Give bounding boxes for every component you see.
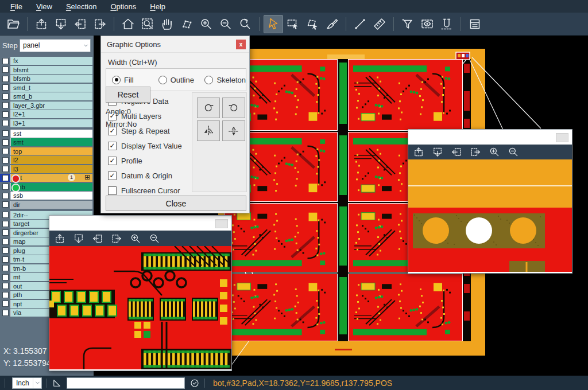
layer-visibility-checkbox[interactable] xyxy=(0,211,11,219)
menu-file[interactable]: File xyxy=(5,1,28,12)
checkbox[interactable] xyxy=(2,67,9,73)
checkbox[interactable] xyxy=(2,139,9,146)
pan-left-button[interactable] xyxy=(71,15,90,33)
pan-right-button[interactable] xyxy=(90,15,110,33)
layer-visibility-checkbox[interactable] xyxy=(0,119,11,127)
layer-visibility-checkbox[interactable] xyxy=(0,237,11,245)
inspect-view-button[interactable] xyxy=(417,15,437,33)
checkbox[interactable] xyxy=(2,130,9,136)
pan-up-button[interactable] xyxy=(53,232,67,245)
layer-row-sst[interactable]: sst xyxy=(0,130,94,138)
close-icon[interactable]: x xyxy=(236,40,246,49)
checkbox[interactable]: ✓ xyxy=(108,171,117,180)
layer-visibility-checkbox[interactable] xyxy=(0,201,11,209)
measure-distance-button[interactable] xyxy=(350,15,370,33)
angle-mode-icon[interactable] xyxy=(52,378,62,388)
menu-help[interactable]: Help xyxy=(144,1,171,12)
window-button[interactable] xyxy=(215,219,228,228)
layer-visibility-checkbox[interactable] xyxy=(0,247,11,255)
checkbox[interactable] xyxy=(2,111,9,118)
layer-row-l3[interactable]: l3 xyxy=(0,165,94,173)
layer-visibility-checkbox[interactable] xyxy=(0,75,11,83)
layer-row-bfsmb[interactable]: bfsmb xyxy=(0,75,94,83)
layer-visibility-checkbox[interactable] xyxy=(0,102,11,110)
pan-up-button[interactable] xyxy=(412,145,425,159)
check-datum-origin[interactable]: ✓Datum & Origin xyxy=(108,168,182,183)
radio-skeleton[interactable]: Skeleton xyxy=(199,76,246,84)
layer-visibility-checkbox[interactable] xyxy=(0,300,11,308)
dialog-titlebar[interactable]: Graphic Options x xyxy=(101,36,249,53)
layer-visibility-checkbox[interactable] xyxy=(0,264,11,272)
layer-visibility-checkbox[interactable] xyxy=(0,174,11,182)
magnifier-window-bottom[interactable] xyxy=(49,215,232,371)
magnifier-content[interactable] xyxy=(49,246,231,369)
brush-button[interactable] xyxy=(322,15,342,33)
layer-visibility-checkbox[interactable] xyxy=(0,57,11,65)
layer-visibility-checkbox[interactable] xyxy=(0,147,11,155)
layer-row-layer_3.gbr[interactable]: layer_3.gbr xyxy=(0,102,94,110)
zoom-out-button[interactable] xyxy=(216,15,235,33)
checkbox[interactable] xyxy=(2,193,9,199)
checkbox[interactable]: ✓ xyxy=(108,142,117,150)
layer-visibility-checkbox[interactable] xyxy=(0,309,11,317)
pan-up-button[interactable] xyxy=(32,15,51,33)
checkbox[interactable] xyxy=(2,184,9,190)
reset-button[interactable]: Reset xyxy=(106,87,150,103)
layer-visibility-checkbox[interactable] xyxy=(0,220,11,228)
menu-selection[interactable]: Selection xyxy=(60,1,102,12)
vertex-edit-button[interactable] xyxy=(177,15,196,33)
checkbox[interactable] xyxy=(2,265,9,271)
select-tool-button[interactable] xyxy=(264,15,283,33)
zoom-out-button[interactable] xyxy=(148,232,161,245)
check-display-text-value[interactable]: ✓Display Text Value xyxy=(108,138,182,153)
checkbox[interactable] xyxy=(108,186,117,195)
checkbox[interactable] xyxy=(2,120,9,126)
layer-row-l2+1[interactable]: l2+1 xyxy=(0,110,94,118)
magnifier-titlebar[interactable] xyxy=(49,216,231,231)
checkbox[interactable] xyxy=(2,247,9,253)
menu-view[interactable]: View xyxy=(30,1,58,12)
rotate-ccw-button[interactable] xyxy=(222,98,245,118)
checkbox[interactable] xyxy=(2,175,9,181)
layer-visibility-checkbox[interactable] xyxy=(0,84,11,92)
checkbox[interactable] xyxy=(2,166,9,172)
checkbox[interactable] xyxy=(2,239,9,245)
layer-row-l3+1[interactable]: l3+1 xyxy=(0,119,94,127)
ruler-button[interactable] xyxy=(370,15,389,33)
step-combo[interactable]: panel xyxy=(20,39,91,52)
layer-visibility-checkbox[interactable] xyxy=(0,192,11,200)
layer-visibility-checkbox[interactable] xyxy=(0,282,11,290)
checkbox[interactable] xyxy=(2,292,9,298)
grid-icon[interactable]: ⊞ xyxy=(84,173,90,181)
close-button[interactable]: Close xyxy=(106,196,246,211)
radio-fill[interactable]: Fill xyxy=(106,76,153,84)
checkbox[interactable] xyxy=(2,201,9,208)
layer-visibility-checkbox[interactable] xyxy=(0,92,11,100)
flip-h-button[interactable] xyxy=(197,120,220,141)
layer-row-fx[interactable]: fx xyxy=(0,57,94,65)
filter-button[interactable] xyxy=(398,15,417,33)
zoom-in-button[interactable] xyxy=(129,232,142,245)
layer-color-dot[interactable] xyxy=(11,174,20,183)
checkbox[interactable] xyxy=(2,58,9,64)
layer-row-bfsmt[interactable]: bfsmt xyxy=(0,66,94,74)
window-button[interactable] xyxy=(556,133,568,142)
layer-row-l2[interactable]: l2 xyxy=(0,156,94,164)
layer-visibility-checkbox[interactable] xyxy=(0,130,11,138)
checkbox[interactable]: ✓ xyxy=(108,157,117,165)
layer-row-smd_b[interactable]: smd_b xyxy=(0,92,94,100)
checkbox[interactable] xyxy=(2,310,9,316)
pan-right-button[interactable] xyxy=(469,145,482,159)
pan-down-button[interactable] xyxy=(51,15,71,33)
radio-circle[interactable] xyxy=(158,76,167,84)
radio-circle[interactable] xyxy=(204,76,213,84)
layer-row-dir[interactable]: dir xyxy=(0,201,94,209)
layer-row-top[interactable]: top xyxy=(0,147,94,155)
layer-row-smt[interactable]: smt xyxy=(0,138,94,146)
checkbox[interactable] xyxy=(2,148,9,154)
radio-outline[interactable]: Outline xyxy=(153,76,199,84)
magnifier-content[interactable] xyxy=(408,159,572,272)
layer-form-button[interactable] xyxy=(465,15,485,33)
command-input[interactable] xyxy=(67,377,185,389)
zoom-area-button[interactable] xyxy=(138,15,157,33)
